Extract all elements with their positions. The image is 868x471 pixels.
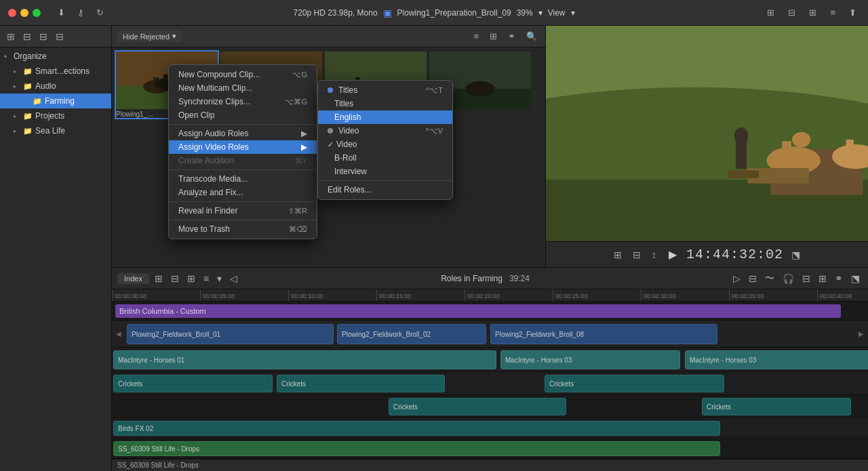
settings-icon[interactable]: ⚭ — [505, 30, 518, 43]
cm-assign-audio[interactable]: Assign Audio Roles ▶ — [169, 127, 317, 140]
cm-open-clip[interactable]: Open Clip — [169, 108, 317, 122]
cm-analyze[interactable]: Analyze and Fix... — [169, 186, 317, 199]
svg-rect-28 — [846, 140, 853, 160]
timeline-clip[interactable]: MacIntyre - Horses 03 — [685, 350, 868, 369]
view-button[interactable]: View — [548, 8, 566, 18]
track-row: ◀ Plowing2_Fieldwork_Broll_01 Plowing2_F… — [112, 321, 868, 348]
submenu-video-dot[interactable]: Video ^⌥V — [318, 124, 452, 138]
track-content: Birds FX 02 — [112, 418, 868, 438]
tl-icon-arrow[interactable]: ▾ — [214, 272, 224, 285]
sidebar-item-organize[interactable]: ▾ Organize — [0, 49, 111, 64]
viewer-icon-4[interactable]: ⬔ — [789, 248, 803, 262]
tl-lanes-icon[interactable]: ⊟ — [800, 272, 813, 285]
cm-label: New Multicam Clip... — [178, 83, 252, 93]
sidebar-item-smart-collections[interactable]: ▸ 📁 Smart...ections — [0, 64, 111, 79]
viewer-icon-3[interactable]: ↕ — [649, 248, 659, 262]
tl-icon-4[interactable]: ≡ — [201, 272, 212, 285]
timeline-clip[interactable]: Plowing2_Fieldwork_Broll_01 — [127, 324, 334, 344]
timeline-clip[interactable]: MacIntyre - Horses 03 — [500, 350, 680, 369]
timeline-clip[interactable]: Crickets — [277, 375, 445, 392]
view-arrow[interactable]: ▾ — [571, 8, 575, 18]
triangle-icon: ▸ — [14, 128, 20, 134]
cm-label: Open Clip — [178, 110, 214, 120]
list-view-icon[interactable]: ≡ — [471, 30, 481, 43]
submenu-titles-dot[interactable]: Titles ^⌥T — [318, 83, 452, 97]
maximize-button[interactable] — [33, 9, 41, 17]
track-nav-right[interactable]: ▶ — [859, 330, 864, 337]
tl-expand-icon[interactable]: ⬔ — [848, 272, 863, 285]
tl-settings-icon[interactable]: ⚭ — [832, 272, 846, 285]
tl-nav-left[interactable]: ◁ — [227, 272, 240, 285]
minimize-button[interactable] — [20, 9, 28, 17]
tl-icon-2[interactable]: ⊟ — [168, 272, 182, 285]
timeline-tracks: British Columbia - Custom ◀ Plowing2_Fie… — [112, 302, 868, 459]
timeline-clip[interactable]: Plowing2_Fieldwork_Broll_02 — [337, 324, 486, 344]
layout-icon[interactable]: ≡ — [827, 6, 839, 19]
cm-transcode[interactable]: Transcode Media... — [169, 172, 317, 186]
cm-label: Analyze and Fix... — [178, 188, 243, 197]
check-icon: ✓ — [328, 140, 334, 149]
submenu-video-checked[interactable]: ✓ Video — [318, 138, 452, 151]
sidebar-item-farming[interactable]: 📁 Farming — [0, 94, 111, 108]
play-button[interactable]: ▶ — [665, 247, 681, 262]
submenu-edit-roles[interactable]: Edit Roles... — [318, 183, 452, 197]
tl-zoom-icon[interactable]: ⊟ — [746, 272, 760, 285]
cm-new-compound[interactable]: New Compound Clip... ⌥G — [169, 68, 317, 81]
submenu-english[interactable]: English — [318, 110, 452, 124]
cm-create-audition[interactable]: Create Audition ⌘Y — [169, 154, 317, 167]
cm-move-trash[interactable]: Move to Trash ⌘⌫ — [169, 222, 317, 236]
submenu-label: Video — [338, 126, 359, 136]
submenu-interview[interactable]: Interview — [318, 165, 452, 178]
cm-reveal-finder[interactable]: Reveal in Finder ⇧⌘R — [169, 204, 317, 218]
index-tab[interactable]: Index — [117, 273, 149, 284]
sidebar-icon-2[interactable]: ⊟ — [20, 30, 34, 43]
cm-shortcut: ⌥⌘G — [285, 98, 307, 106]
close-button[interactable] — [8, 9, 16, 17]
search-icon[interactable]: 🔍 — [524, 30, 540, 43]
tl-clip-icon[interactable]: ⊞ — [816, 272, 829, 285]
sidebar-item-label: Sea Life — [35, 126, 107, 136]
tl-nav-right[interactable]: ▷ — [730, 272, 743, 285]
sidebar-item-projects[interactable]: ▸ 📁 Projects — [0, 108, 111, 123]
sidebar-icon-1[interactable]: ⊞ — [4, 30, 18, 43]
sidebar-icon-3[interactable]: ⊟ — [37, 30, 50, 43]
hide-rejected-button[interactable]: Hide Rejected ▾ — [117, 30, 182, 42]
timeline-clip[interactable]: Crickets — [389, 398, 566, 415]
tl-headphone-icon[interactable]: 🎧 — [780, 272, 797, 285]
fullscreen-icon[interactable]: ⬆ — [846, 6, 860, 19]
tl-waveform-icon[interactable]: 〜 — [762, 271, 777, 286]
download-icon[interactable]: ⬇ — [54, 6, 68, 19]
timeline-clip[interactable]: SS_60309 Still Life - Drops — [113, 441, 720, 456]
timeline-icon[interactable]: ⊞ — [806, 6, 820, 19]
sync-icon[interactable]: ↻ — [93, 6, 107, 19]
timeline-clip[interactable]: Crickets — [545, 375, 724, 392]
sidebar-item-sea-life[interactable]: ▸ 📁 Sea Life — [0, 123, 111, 138]
timeline-clip[interactable]: Crickets — [113, 375, 273, 392]
timeline-clip[interactable]: Birds FX 02 — [113, 421, 720, 436]
timeline-clip[interactable]: MacIntyre - Horses 01 — [113, 350, 496, 369]
cm-assign-video[interactable]: Assign Video Roles ▶ — [169, 140, 317, 154]
cm-new-multicam[interactable]: New Multicam Clip... — [169, 81, 317, 95]
timeline-clip[interactable]: Crickets — [702, 398, 851, 415]
sidebar-farming-label: Farming — [45, 96, 107, 106]
submenu-b-roll[interactable]: B-Roll — [318, 151, 452, 165]
tl-icon-3[interactable]: ⊞ — [184, 272, 198, 285]
zoom-arrow[interactable]: ▾ — [538, 8, 542, 18]
browser-icon[interactable]: ⊟ — [785, 6, 799, 19]
track-nav-left[interactable]: ◀ — [116, 330, 121, 337]
timeline-clip[interactable]: Plowing2_Fieldwork_Broll_08 — [490, 324, 717, 344]
viewer-icon-1[interactable]: ⊞ — [611, 248, 625, 262]
timeline-clip[interactable]: British Columbia - Custom — [115, 304, 841, 318]
key-icon[interactable]: ⚷ — [74, 6, 87, 19]
viewer-icon-2[interactable]: ⊟ — [630, 248, 644, 262]
sidebar-item-audio[interactable]: ▸ 📁 Audio — [0, 79, 111, 94]
submenu-titles[interactable]: Titles — [318, 97, 452, 110]
svg-point-30 — [734, 127, 748, 144]
cm-synchronize[interactable]: Synchronize Clips... ⌥⌘G — [169, 95, 317, 108]
clip-label: Birds FX 02 — [118, 425, 153, 432]
cm-shortcut: ⌘Y — [295, 157, 307, 165]
tl-icon-1[interactable]: ⊞ — [152, 272, 165, 285]
sidebar-icon-4[interactable]: ⊟ — [53, 30, 66, 43]
library-icon[interactable]: ⊞ — [764, 6, 778, 19]
grid-view-icon[interactable]: ⊞ — [487, 30, 500, 43]
